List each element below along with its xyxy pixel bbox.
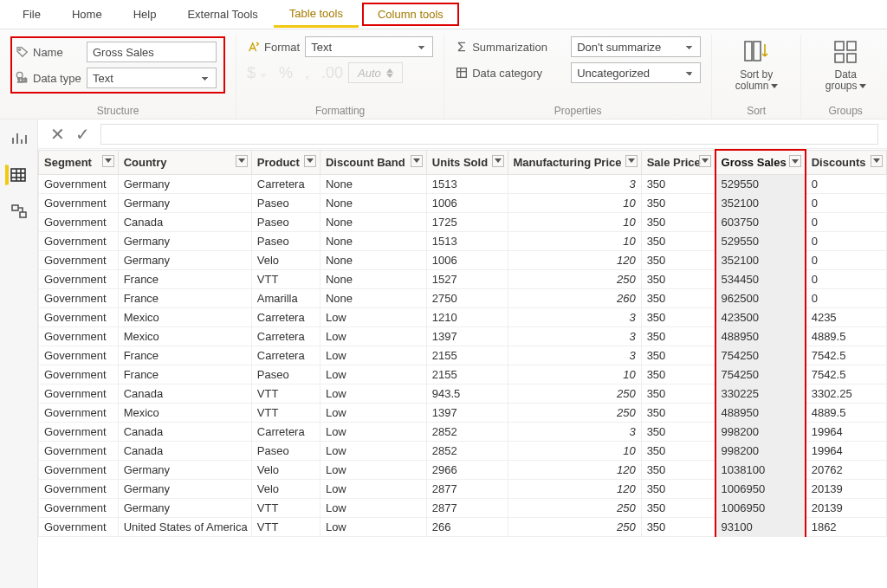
cell-product[interactable]: VTT	[251, 498, 320, 517]
cell-sale[interactable]: 350	[641, 422, 715, 441]
cell-mfg[interactable]: 250	[508, 517, 641, 536]
cell-product[interactable]: VTT	[251, 269, 320, 288]
filter-dropdown-icon[interactable]	[236, 155, 248, 167]
cell-gross[interactable]: 529550	[715, 231, 806, 250]
cell-mfg[interactable]: 3	[508, 326, 641, 346]
col-header-units-sold[interactable]: Units Sold	[426, 150, 508, 174]
cell-segment[interactable]: Government	[39, 307, 119, 326]
cell-band[interactable]: None	[320, 212, 426, 231]
cell-product[interactable]: Carretera	[251, 307, 320, 326]
cell-country[interactable]: Mexico	[118, 326, 251, 346]
cell-country[interactable]: Mexico	[118, 307, 251, 326]
cell-sale[interactable]: 350	[641, 479, 715, 498]
cell-segment[interactable]: Government	[39, 193, 119, 212]
cell-sale[interactable]: 350	[641, 441, 715, 460]
cell-country[interactable]: France	[118, 346, 251, 365]
cell-segment[interactable]: Government	[39, 346, 119, 365]
cell-segment[interactable]: Government	[39, 403, 119, 422]
cell-band[interactable]: Low	[320, 384, 426, 403]
cell-product[interactable]: Velo	[251, 479, 320, 498]
data-view-button[interactable]	[5, 165, 29, 185]
cell-mfg[interactable]: 3	[508, 422, 641, 441]
cell-mfg[interactable]: 10	[508, 193, 641, 212]
cell-band[interactable]: Low	[320, 479, 426, 498]
cell-gross[interactable]: 603750	[715, 212, 806, 231]
cell-sale[interactable]: 350	[641, 193, 715, 212]
decimal-icon[interactable]: .00	[321, 64, 343, 82]
cell-country[interactable]: Canada	[118, 441, 251, 460]
table-row[interactable]: GovernmentGermanyVeloNone100612035035210…	[39, 250, 887, 269]
cell-segment[interactable]: Government	[39, 441, 119, 460]
cell-sale[interactable]: 350	[641, 250, 715, 269]
cell-segment[interactable]: Government	[39, 288, 119, 307]
cell-product[interactable]: VTT	[251, 517, 320, 536]
col-header-segment[interactable]: Segment	[39, 150, 119, 174]
cell-segment[interactable]: Government	[39, 517, 119, 536]
cell-product[interactable]: Velo	[251, 460, 320, 479]
cell-segment[interactable]: Government	[39, 460, 119, 479]
table-row[interactable]: GovernmentCanadaPaseoLow2852103509982001…	[39, 441, 887, 460]
cell-product[interactable]: Carretera	[251, 422, 320, 441]
filter-dropdown-icon[interactable]	[871, 155, 883, 167]
currency-icon[interactable]: $	[247, 64, 267, 82]
cell-product[interactable]: VTT	[251, 384, 320, 403]
cell-units[interactable]: 2877	[426, 498, 508, 517]
cell-product[interactable]: Carretera	[251, 174, 320, 193]
percent-icon[interactable]: %	[279, 64, 293, 82]
cell-segment[interactable]: Government	[39, 384, 119, 403]
table-row[interactable]: GovernmentFranceAmarillaNone275026035096…	[39, 288, 887, 307]
cell-country[interactable]: France	[118, 365, 251, 384]
cell-country[interactable]: Canada	[118, 422, 251, 441]
cell-band[interactable]: Low	[320, 517, 426, 536]
cell-sale[interactable]: 350	[641, 231, 715, 250]
cell-gross[interactable]: 352100	[715, 193, 806, 212]
filter-dropdown-icon[interactable]	[625, 155, 638, 167]
table-row[interactable]: GovernmentFranceVTTNone15272503505344500	[39, 269, 887, 288]
cell-disc[interactable]: 3302.25	[806, 384, 887, 403]
cell-country[interactable]: Germany	[118, 250, 251, 269]
cell-band[interactable]: Low	[320, 346, 426, 365]
cell-sale[interactable]: 350	[641, 517, 715, 536]
cell-mfg[interactable]: 3	[508, 346, 641, 365]
cell-gross[interactable]: 488950	[715, 403, 806, 422]
cell-country[interactable]: Germany	[118, 174, 251, 193]
cell-mfg[interactable]: 120	[508, 479, 641, 498]
col-header-discounts[interactable]: Discounts	[806, 150, 887, 174]
cell-gross[interactable]: 1006950	[715, 498, 806, 517]
cell-sale[interactable]: 350	[641, 498, 715, 517]
cell-gross[interactable]: 330225	[715, 384, 806, 403]
cell-segment[interactable]: Government	[39, 326, 119, 346]
cell-disc[interactable]: 20762	[806, 460, 887, 479]
cell-sale[interactable]: 350	[641, 326, 715, 346]
table-row[interactable]: GovernmentCanadaPaseoNone172510350603750…	[39, 212, 887, 231]
cell-gross[interactable]: 998200	[715, 422, 806, 441]
cell-segment[interactable]: Government	[39, 365, 119, 384]
cell-country[interactable]: Germany	[118, 498, 251, 517]
cell-mfg[interactable]: 10	[508, 231, 641, 250]
col-header-sale-price[interactable]: Sale Price	[641, 150, 715, 174]
table-row[interactable]: GovernmentCanadaCarreteraLow285233509982…	[39, 422, 887, 441]
cell-sale[interactable]: 350	[641, 269, 715, 288]
cell-product[interactable]: Paseo	[251, 231, 320, 250]
cell-units[interactable]: 2155	[426, 346, 508, 365]
table-row[interactable]: GovernmentGermanyPaseoNone10061035035210…	[39, 193, 887, 212]
grid-scroller[interactable]: SegmentCountryProductDiscount BandUnits …	[38, 149, 887, 588]
cell-mfg[interactable]: 3	[508, 174, 641, 193]
cell-country[interactable]: Mexico	[118, 403, 251, 422]
cell-gross[interactable]: 754250	[715, 346, 806, 365]
cell-disc[interactable]: 4889.5	[806, 403, 887, 422]
cell-gross[interactable]: 1006950	[715, 479, 806, 498]
cell-disc[interactable]: 0	[806, 269, 887, 288]
cell-band[interactable]: Low	[320, 403, 426, 422]
decimal-auto[interactable]: Auto	[348, 62, 403, 83]
cell-mfg[interactable]: 3	[508, 307, 641, 326]
table-row[interactable]: GovernmentGermanyVeloLow2877120350100695…	[39, 479, 887, 498]
table-row[interactable]: GovernmentMexicoVTTLow139725035048895048…	[39, 403, 887, 422]
cell-disc[interactable]: 1862	[806, 517, 887, 536]
table-row[interactable]: GovernmentMexicoCarreteraLow139733504889…	[39, 326, 887, 346]
cell-gross[interactable]: 488950	[715, 326, 806, 346]
cell-disc[interactable]: 0	[806, 193, 887, 212]
table-row[interactable]: GovernmentGermanyCarreteraNone1513335052…	[39, 174, 887, 193]
table-row[interactable]: GovernmentUnited States of AmericaVTTLow…	[39, 517, 887, 536]
cell-mfg[interactable]: 10	[508, 212, 641, 231]
